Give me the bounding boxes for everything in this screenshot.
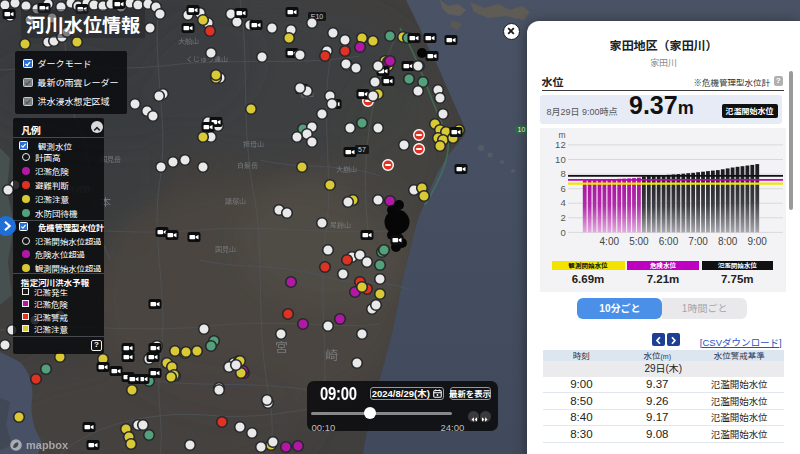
svg-text:9:00: 9:00 <box>747 236 767 247</box>
svg-text:白髪岳: 白髪岳 <box>237 161 258 170</box>
svg-text:10: 10 <box>518 126 526 133</box>
svg-text:m: m <box>559 130 566 140</box>
svg-text:大船山: 大船山 <box>178 38 199 46</box>
svg-text:崎: 崎 <box>325 348 338 363</box>
svg-text:尾鈴山: 尾鈴山 <box>330 222 351 229</box>
svg-text:2: 2 <box>560 212 565 223</box>
svg-text:4: 4 <box>560 197 565 208</box>
svg-text:0: 0 <box>560 227 565 238</box>
svg-text:5:00: 5:00 <box>629 236 649 247</box>
svg-text:8:00: 8:00 <box>718 236 738 247</box>
svg-text:大崩山: 大崩山 <box>336 166 357 174</box>
svg-text:8: 8 <box>560 168 565 179</box>
svg-text:7:00: 7:00 <box>688 236 708 247</box>
svg-text:12: 12 <box>555 139 566 150</box>
svg-text:6: 6 <box>560 183 565 194</box>
svg-text:10: 10 <box>555 154 566 165</box>
svg-text:宮: 宮 <box>275 340 288 355</box>
svg-text:6:00: 6:00 <box>659 236 679 247</box>
svg-text:4:00: 4:00 <box>600 236 620 247</box>
svg-text:諸塚山: 諸塚山 <box>225 198 246 206</box>
svg-text:国見山: 国見山 <box>215 246 236 254</box>
svg-text:57: 57 <box>358 146 366 153</box>
svg-text:祖母山: 祖母山 <box>243 141 264 148</box>
